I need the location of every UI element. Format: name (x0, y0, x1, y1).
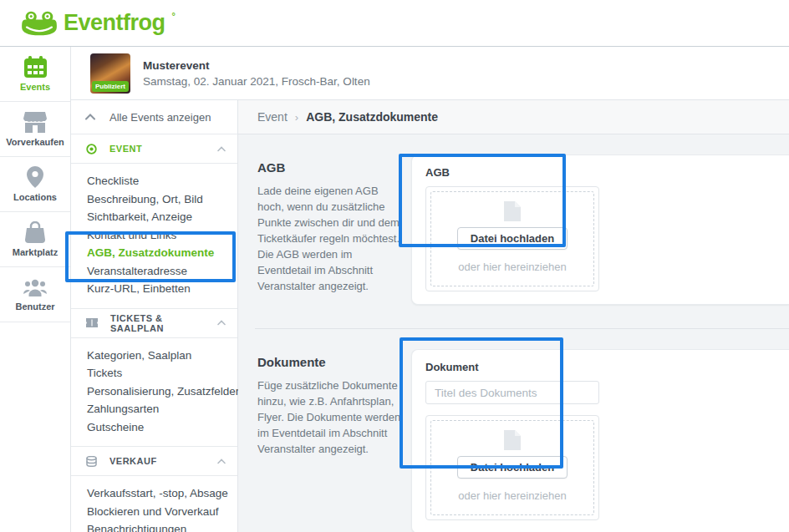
section-label: TICKETS & SAALPLAN (110, 313, 217, 333)
subnav-item-beschreibung-ort-bild[interactable]: Beschreibung, Ort, Bild (71, 190, 237, 209)
coins-icon (86, 456, 97, 467)
subnav-item-gutscheine[interactable]: Gutscheine (71, 418, 237, 437)
agb-dropzone[interactable]: Datei hochladen oder hier hereinziehen (430, 191, 594, 286)
breadcrumb-current: AGB, Zusatzdokumente (306, 110, 438, 124)
rail-item-benutzer[interactable]: Benutzer (0, 267, 70, 322)
frog-icon (22, 11, 57, 36)
rail-item-label: Vorverkaufen (6, 137, 64, 147)
brand-name: Eventfrog (64, 10, 165, 36)
rail-item-label: Locations (13, 192, 57, 202)
section-items-tickets: Kategorien, Saalplan Tickets Personalisi… (71, 338, 237, 448)
breadcrumb: Event › AGB, Zusatzdokumente (238, 100, 789, 134)
chevron-up-icon (85, 114, 95, 120)
subnav-item-blockieren-und-vorverkauf[interactable]: Blockieren und Vorverkauf (71, 503, 237, 521)
rail-item-vorverkaufen[interactable]: Vorverkaufen (0, 102, 70, 157)
icon-rail: Events Vorverkaufen (0, 47, 71, 532)
agb-card: AGB Datei hochladen oder hier hereinzieh… (411, 155, 789, 305)
chevron-up-icon (217, 146, 226, 152)
agb-upload-button[interactable]: Datei hochladen (457, 227, 568, 250)
brand-trademark: ° (172, 11, 176, 21)
subnav-item-tickets[interactable]: Tickets (71, 364, 237, 383)
dokument-card-label: Dokument (425, 361, 776, 373)
subnav-item-veranstalteradresse[interactable]: Veranstalteradresse (71, 262, 237, 281)
subnav-item-kategorien-saalplan[interactable]: Kategorien, Saalplan (71, 347, 237, 365)
section-header-tickets-saalplan[interactable]: TICKETS & SAALPLAN (71, 309, 237, 338)
file-icon (504, 201, 521, 221)
subnav-item-agb-zusatzdokumente[interactable]: AGB, Zusatzdokumente (71, 244, 237, 262)
section-items-verkauf: Verkaufsstart, -stop, Absage Blockieren … (71, 476, 237, 532)
rail-item-locations[interactable]: Locations (0, 157, 70, 212)
subnav-item-zahlungsarten[interactable]: Zahlungsarten (71, 400, 237, 418)
eventfrog-logo[interactable]: Eventfrog ° (22, 10, 176, 36)
section-label: EVENT (109, 144, 217, 154)
dokument-card: Dokument Datei hochladen oder hier herei… (411, 349, 789, 532)
show-all-label: Alle Events anzeigen (109, 111, 211, 124)
event-thumbnail[interactable]: Publiziert (90, 53, 130, 94)
agb-drop-hint: oder hier hereinziehen (458, 261, 566, 273)
dokument-upload-widget: Datei hochladen oder hier hereinziehen (425, 415, 599, 520)
chevron-up-icon (217, 320, 226, 326)
section-header-event[interactable]: EVENT (71, 134, 237, 164)
status-badge: Publiziert (92, 81, 129, 92)
rail-item-label: Events (20, 82, 50, 92)
agb-section: AGB Lade deine eigenen AGB hoch, wenn du… (238, 134, 789, 328)
file-icon (504, 430, 521, 450)
calendar-icon (24, 56, 47, 78)
subnav-item-personalisierung-zusatzfelder[interactable]: Personalisierung, Zusatzfelder (71, 383, 237, 401)
event-title: Musterevent (143, 59, 370, 72)
section-label: VERKAUF (109, 456, 217, 466)
agb-heading: AGB (257, 160, 406, 175)
agb-card-label: AGB (425, 166, 776, 179)
users-icon (23, 277, 47, 297)
subnav-item-benachrichtigungen[interactable]: Benachrichtigungen (71, 520, 237, 532)
rail-item-marktplatz[interactable]: Marktplatz (0, 212, 70, 267)
event-header: Publiziert Musterevent Samstag, 02. Janu… (71, 47, 789, 100)
storefront-icon (23, 112, 47, 133)
dokument-upload-button[interactable]: Datei hochladen (457, 456, 568, 479)
main-content: Event › AGB, Zusatzdokumente AGB Lade de… (238, 100, 789, 532)
dokument-title-input[interactable] (425, 381, 599, 404)
agb-description: Lade deine eigenen AGB hoch, wenn du zus… (257, 183, 406, 294)
event-subtitle: Samstag, 02. Januar 2021, Frosch-Bar, Ol… (143, 75, 370, 88)
screen: Eventfrog ° (0, 0, 789, 532)
chevron-up-icon (217, 459, 226, 464)
map-pin-icon (27, 166, 43, 188)
section-items-event: Checkliste Beschreibung, Ort, Bild Sicht… (71, 164, 237, 309)
dokument-drop-hint: oder hier hereinziehen (458, 489, 566, 502)
ticket-icon (86, 318, 98, 327)
subnav-item-sichtbarkeit-anzeige[interactable]: Sichtbarkeit, Anzeige (71, 208, 237, 226)
breadcrumb-parent[interactable]: Event (257, 110, 288, 124)
subnav-item-kontakt-und-links[interactable]: Kontakt und Links (71, 226, 237, 245)
subnav-item-verkaufsstart-stop-absage[interactable]: Verkaufsstart, -stop, Absage (71, 484, 237, 503)
top-bar: Eventfrog ° (0, 0, 789, 47)
event-subnav: Alle Events anzeigen EVENT Checkliste (71, 100, 238, 532)
dokument-dropzone[interactable]: Datei hochladen oder hier hereinziehen (430, 420, 594, 515)
dokumente-heading: Dokumente (257, 355, 406, 369)
target-pin-icon (86, 144, 97, 155)
rail-item-label: Marktplatz (13, 247, 58, 257)
breadcrumb-separator-icon: › (295, 111, 298, 124)
subnav-item-checkliste[interactable]: Checkliste (71, 172, 237, 190)
section-header-verkauf[interactable]: VERKAUF (71, 447, 237, 476)
subnav-item-kurz-url-einbetten[interactable]: Kurz-URL, Einbetten (71, 280, 237, 298)
rail-item-events[interactable]: Events (0, 47, 70, 102)
agb-upload-widget: Datei hochladen oder hier hereinziehen (425, 186, 599, 291)
rail-item-label: Benutzer (15, 301, 54, 312)
dokumente-section: Dokumente Füge zusätzliche Dokumente hin… (238, 329, 789, 532)
show-all-events[interactable]: Alle Events anzeigen (71, 100, 237, 134)
bag-icon (25, 221, 45, 243)
dokumente-description: Füge zusätzliche Dokumente hinzu, wie z.… (257, 377, 406, 457)
